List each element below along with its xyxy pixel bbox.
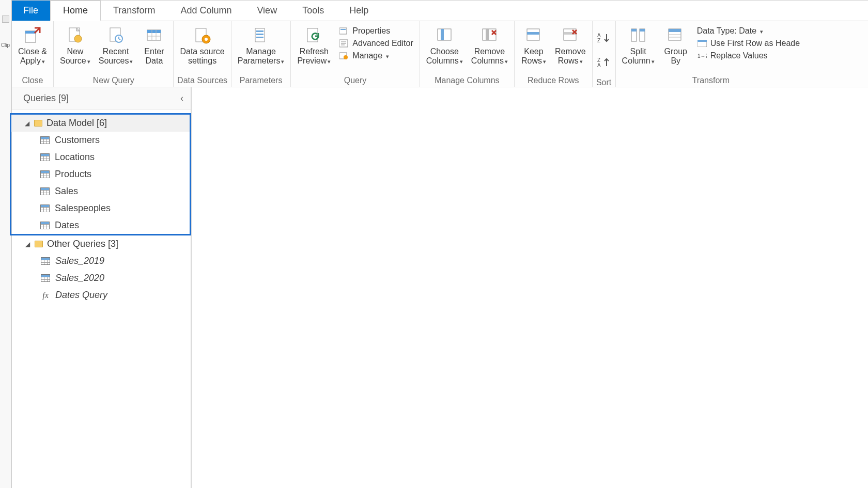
- svg-rect-48: [669, 29, 681, 32]
- power-query-editor-window: File Home Transform Add Column View Tool…: [11, 0, 868, 488]
- refresh-preview-button[interactable]: Refresh Preview▾: [294, 23, 334, 67]
- query-item-label: Locations: [55, 152, 95, 163]
- remove-columns-label: Remove Columns▾: [471, 47, 508, 66]
- folder-label: Other Queries [3]: [47, 239, 118, 249]
- group-label-manage-columns: Manage Columns: [423, 75, 511, 86]
- use-first-row-headers-button[interactable]: Use First Row as Heade: [694, 38, 803, 49]
- refresh-icon: [304, 25, 324, 45]
- svg-rect-16: [256, 34, 264, 35]
- query-item[interactable]: fxDates Query: [12, 287, 191, 304]
- query-folder-block: ◢Data Model [6]CustomersLocationsProduct…: [10, 113, 191, 235]
- split-column-button[interactable]: Split Column▾: [619, 23, 658, 67]
- svg-rect-27: [438, 29, 451, 40]
- tab-home[interactable]: Home: [50, 1, 101, 21]
- sort-descending-button[interactable]: ZA: [597, 51, 611, 74]
- ribbon-group-sort: AZ ZA Sort: [593, 21, 616, 87]
- manage-query-button[interactable]: Manage ▾: [336, 50, 416, 61]
- svg-rect-45: [631, 29, 637, 32]
- query-item[interactable]: Products: [11, 166, 190, 183]
- keep-rows-label: Keep Rows▾: [521, 47, 546, 66]
- queries-pane-title: Queries [9]: [23, 93, 69, 104]
- group-label-query: Query: [294, 75, 416, 86]
- sort-asc-icon: AZ: [597, 32, 611, 43]
- svg-rect-19: [339, 28, 347, 34]
- tab-view[interactable]: View: [244, 1, 290, 21]
- data-source-settings-button[interactable]: Data source settings: [177, 23, 227, 67]
- table-icon: [40, 222, 50, 229]
- query-item[interactable]: Sales_2020: [12, 270, 191, 287]
- table-icon: [40, 170, 50, 178]
- tab-file[interactable]: File: [12, 1, 50, 21]
- enter-data-icon: [144, 25, 164, 45]
- group-by-button[interactable]: Group By: [660, 23, 692, 67]
- manage-parameters-label: Manage Parameters▾: [238, 47, 285, 66]
- ribbon-group-close: Close & Apply▾ Close: [12, 21, 54, 87]
- data-source-settings-icon: [193, 25, 212, 45]
- table-icon: [40, 187, 50, 195]
- clip-label: Clip: [1, 42, 10, 48]
- query-item[interactable]: Dates: [11, 217, 190, 234]
- advanced-editor-label: Advanced Editor: [352, 39, 413, 48]
- collapse-pane-button[interactable]: ‹: [180, 93, 183, 104]
- query-item[interactable]: Sales: [11, 183, 190, 200]
- svg-rect-52: [698, 40, 707, 42]
- enter-data-button[interactable]: Enter Data: [138, 23, 170, 67]
- replace-values-button[interactable]: 1→2 Replace Values: [694, 50, 803, 61]
- queries-pane: Queries [9] ‹ ◢Data Model [6]CustomersLo…: [12, 87, 192, 488]
- expand-collapse-icon: ◢: [25, 241, 30, 248]
- first-row-headers-label: Use First Row as Heade: [710, 39, 800, 48]
- table-icon: [41, 257, 50, 265]
- queries-tree: ◢Data Model [6]CustomersLocationsProduct…: [12, 110, 191, 307]
- split-column-label: Split Column▾: [622, 47, 655, 66]
- query-folder[interactable]: ◢Other Queries [3]: [12, 235, 191, 253]
- remove-columns-button[interactable]: Remove Columns▾: [468, 23, 511, 67]
- ribbon-tabs: File Home Transform Add Column View Tool…: [12, 1, 868, 21]
- svg-rect-29: [483, 29, 496, 40]
- tab-transform[interactable]: Transform: [101, 1, 168, 21]
- manage-parameters-button[interactable]: Manage Parameters▾: [235, 23, 288, 67]
- refresh-preview-label: Refresh Preview▾: [297, 47, 331, 66]
- group-label-reduce-rows: Reduce Rows: [518, 75, 589, 86]
- new-source-label: New Source▾: [60, 47, 90, 66]
- group-label-transform: Transform: [619, 75, 803, 86]
- manage-query-label: Manage ▾: [352, 51, 389, 60]
- sort-desc-icon: ZA: [597, 57, 611, 68]
- query-item[interactable]: Sales_2019: [12, 253, 191, 270]
- keep-rows-button[interactable]: Keep Rows▾: [518, 23, 550, 67]
- expand-collapse-icon: ◢: [25, 120, 30, 127]
- group-label-parameters: Parameters: [235, 75, 288, 86]
- close-and-apply-button[interactable]: Close & Apply▾: [15, 23, 50, 67]
- properties-button[interactable]: Properties: [336, 25, 416, 37]
- svg-text:1→2: 1→2: [698, 53, 707, 59]
- group-label-data-sources: Data Sources: [177, 75, 227, 86]
- remove-rows-button[interactable]: Remove Rows▾: [552, 23, 589, 67]
- choose-columns-button[interactable]: Choose Columns▾: [423, 23, 466, 67]
- data-source-settings-label: Data source settings: [180, 47, 224, 66]
- new-source-button[interactable]: New Source▾: [57, 23, 94, 67]
- properties-label: Properties: [352, 26, 390, 36]
- ribbon-group-query: Refresh Preview▾ Properties Advanced Edi…: [291, 21, 420, 87]
- recent-sources-button[interactable]: Recent Sources▾: [96, 23, 136, 67]
- tab-tools[interactable]: Tools: [290, 1, 337, 21]
- svg-rect-17: [256, 37, 264, 38]
- query-item-label: Products: [55, 169, 91, 180]
- ribbon: Close & Apply▾ Close New Source▾ Recent …: [12, 21, 868, 87]
- svg-rect-46: [640, 29, 645, 32]
- keep-rows-icon: [524, 25, 544, 45]
- query-item[interactable]: Salespeoples: [11, 200, 190, 217]
- group-label-close: Close: [15, 75, 50, 86]
- query-folder-block: ◢Other Queries [3]Sales_2019Sales_2020fx…: [12, 235, 191, 304]
- query-folder[interactable]: ◢Data Model [6]: [11, 115, 190, 132]
- advanced-editor-button[interactable]: Advanced Editor: [336, 38, 416, 49]
- svg-rect-7: [147, 30, 161, 33]
- remove-rows-label: Remove Rows▾: [555, 47, 586, 66]
- group-label-sort: Sort: [596, 77, 612, 88]
- query-item[interactable]: Customers: [11, 132, 190, 149]
- tab-add-column[interactable]: Add Column: [168, 1, 244, 21]
- data-type-button[interactable]: Data Type: Date ▾: [694, 25, 803, 37]
- query-item[interactable]: Locations: [11, 149, 190, 166]
- close-apply-icon: [23, 25, 42, 45]
- tab-help[interactable]: Help: [337, 1, 381, 21]
- sort-ascending-button[interactable]: AZ: [597, 26, 611, 49]
- query-item-label: Sales_2019: [55, 256, 104, 266]
